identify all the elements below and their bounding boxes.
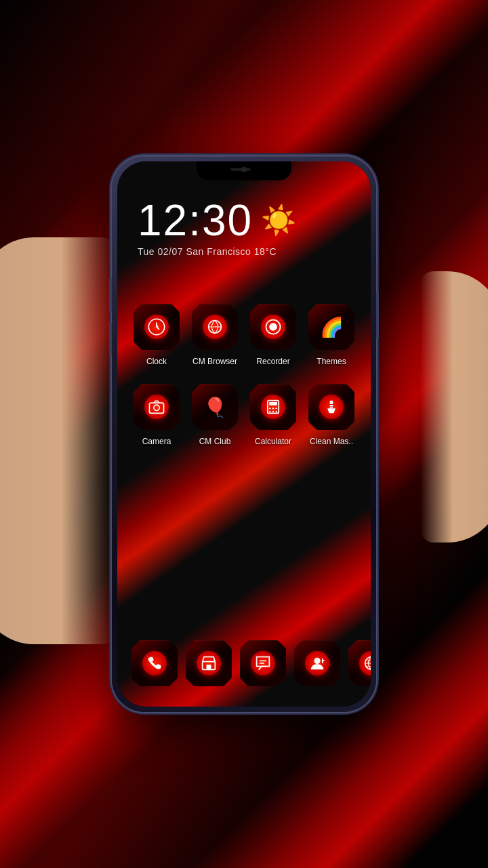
cmclub-emoji: 🎈 [203,396,227,418]
notch [197,161,291,180]
svg-point-1 [209,321,222,334]
app-item-cm-club[interactable]: 🎈 CM Club [186,377,244,452]
app-icon-calculator [249,382,298,431]
app-icon-cm-browser [190,302,239,351]
app-label-calculator: Calculator [255,437,291,446]
svg-point-10 [276,408,277,409]
app-item-clean-master[interactable]: Clean Mas.. [302,377,361,452]
app-icon-themes: 🌈 [307,302,356,351]
phone-frame: 12:30 ☀️ Tue 02/07 San Francisco 18°C [112,156,376,712]
app-item-camera[interactable]: Camera [127,377,186,452]
app-icon-bg-recorder [250,304,296,350]
date-weather-text: Tue 02/07 San Francisco 18°C [138,246,350,257]
dock-icon-messages [239,639,287,688]
svg-point-12 [272,411,274,412]
dock-item-messages[interactable] [236,633,290,693]
app-icon-bg-cmclub: 🎈 [192,384,238,430]
svg-point-11 [269,411,270,412]
app-label-themes: Themes [317,357,346,366]
svg-point-3 [266,320,281,334]
dock-icon-store [184,639,233,688]
camera-svg [147,397,166,416]
dock-item-contacts[interactable] [290,633,344,693]
clock-svg [147,317,166,336]
dock-icon-bg-contacts [294,640,340,686]
app-label-cm-browser: CM Browser [192,357,237,366]
svg-point-0 [148,319,164,334]
weather-icon: ☀️ [261,206,296,235]
app-icon-bg-calculator [250,384,296,430]
dock-icon-bg-browser [348,640,371,686]
svg-point-20 [365,657,371,670]
app-item-cm-browser[interactable]: CM Browser [186,297,244,372]
bottom-dock [127,633,361,693]
app-label-recorder: Recorder [256,357,289,366]
phone-screen: 12:30 ☀️ Tue 02/07 San Francisco 18°C [117,161,371,707]
svg-point-8 [269,408,270,409]
recorder-circle [261,315,285,339]
app-icon-cm-club: 🎈 [190,382,239,431]
app-label-camera: Camera [142,437,171,446]
app-item-themes[interactable]: 🌈 Themes [302,297,361,372]
hand-left [0,237,115,644]
cleanmaster-svg [322,397,341,416]
svg-rect-6 [268,401,279,414]
time-display: 12:30 [138,199,253,242]
app-item-recorder[interactable]: Recorder [244,297,302,372]
app-label-clean-master: Clean Mas.. [310,437,353,446]
app-icon-clean-master [307,382,356,431]
dock-icon-bg-messages [240,640,286,686]
dock-icon-browser [347,639,371,688]
volume-up-button[interactable] [109,278,112,312]
app-icon-bg-camera [134,384,180,430]
calculator-svg [264,397,283,416]
app-icon-bg-themes: 🌈 [308,304,354,350]
camera-circle [144,395,169,419]
outer-background: 12:30 ☀️ Tue 02/07 San Francisco 18°C [0,0,488,868]
themes-emoji: 🌈 [320,316,344,338]
app-icon-clock [132,302,181,351]
app-icon-recorder [249,302,298,351]
app-grid: Clock [127,297,361,452]
notch-sensor [230,168,251,171]
app-icon-bg-clock [134,304,180,350]
dock-icon-phone [130,639,179,688]
store-circle [197,651,221,675]
dock-icon-contacts [293,639,342,688]
time-widget: 12:30 ☀️ Tue 02/07 San Francisco 18°C [138,199,350,257]
calculator-circle [261,395,285,419]
svg-rect-4 [150,403,164,413]
app-item-clock[interactable]: Clock [127,297,186,372]
contacts-circle [305,651,329,675]
contacts-svg [308,654,327,673]
dock-item-phone[interactable] [127,633,182,693]
svg-point-2 [269,323,277,331]
messages-circle [251,651,275,675]
browser-svg [205,317,224,336]
app-icon-bg-browser [192,304,238,350]
svg-point-9 [272,408,274,409]
volume-down-button[interactable] [109,322,112,356]
browser-circle [203,315,227,339]
recorder-svg [264,317,283,336]
svg-point-5 [154,405,159,410]
clock-circle [144,315,169,339]
front-camera [241,167,247,172]
messages-svg [253,654,272,673]
app-item-calculator[interactable]: Calculator [244,377,302,452]
app-icon-bg-cleanmaster [308,384,354,430]
app-label-cm-club: CM Club [199,437,231,446]
dock-icon-bg-phone [131,640,178,686]
svg-rect-14 [330,401,333,409]
dock-icon-bg-store [186,640,232,686]
cleanmaster-circle [319,395,344,419]
dock-item-browser[interactable] [344,633,371,693]
svg-rect-19 [322,660,325,661]
phone-svg [145,654,164,673]
svg-rect-7 [269,402,277,406]
phone-circle [142,651,167,675]
svg-point-13 [276,411,277,412]
dock-item-store[interactable] [182,633,236,693]
store-svg [199,654,218,673]
power-button[interactable] [376,292,379,339]
